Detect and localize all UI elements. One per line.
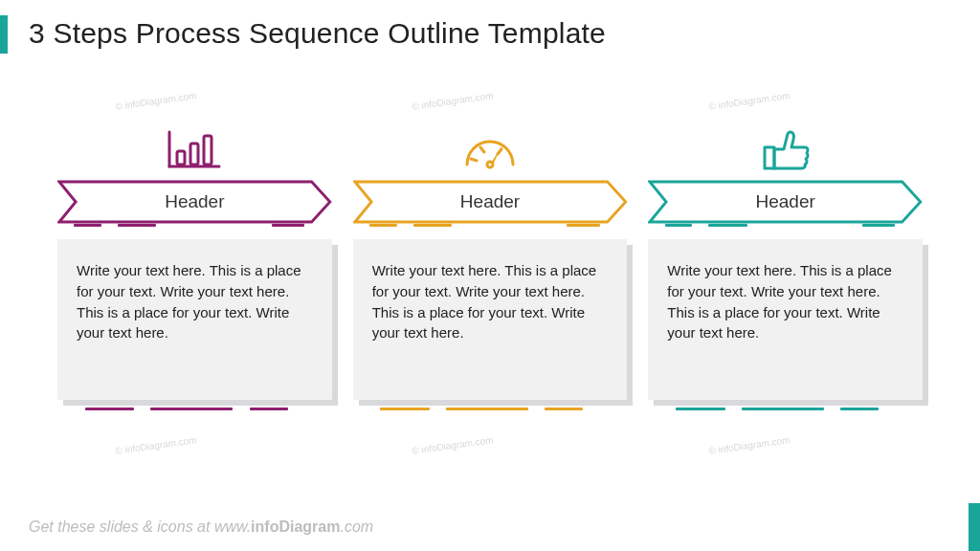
step-2-body: Write your text here. This is a place fo… bbox=[353, 239, 628, 400]
step-1-body-wrap: Write your text here. This is a place fo… bbox=[57, 239, 332, 400]
step-1-header-label: Header bbox=[165, 191, 224, 212]
svg-rect-3 bbox=[190, 143, 198, 165]
footer-prefix: Get these slides & icons at bbox=[29, 518, 214, 535]
step-3: Header Write your text here. This is a p… bbox=[648, 115, 923, 413]
watermark: © infoDiagram.com bbox=[412, 434, 494, 456]
step-1: Header Write your text here. This is a p… bbox=[57, 115, 332, 413]
svg-line-6 bbox=[471, 159, 477, 161]
footer-attribution: Get these slides & icons at www.infoDiag… bbox=[29, 518, 373, 536]
svg-line-7 bbox=[480, 147, 484, 152]
step-1-dashes-bottom bbox=[57, 404, 332, 413]
step-3-header-arrow: Header bbox=[648, 180, 923, 224]
watermark: © infoDiagram.com bbox=[115, 434, 197, 456]
step-3-dashes-top bbox=[648, 224, 923, 230]
step-1-header-arrow: Header bbox=[57, 180, 332, 224]
step-2-body-wrap: Write your text here. This is a place fo… bbox=[353, 239, 628, 400]
slide: 3 Steps Process Sequence Outline Templat… bbox=[0, 0, 980, 551]
footer-domain-bold: infoDiagram bbox=[251, 518, 340, 535]
step-3-body-wrap: Write your text here. This is a place fo… bbox=[648, 239, 923, 400]
watermark: © infoDiagram.com bbox=[708, 434, 791, 456]
gauge-icon bbox=[353, 115, 628, 172]
thumbs-up-icon bbox=[648, 115, 923, 172]
slide-title: 3 Steps Process Sequence Outline Templat… bbox=[29, 17, 606, 50]
svg-rect-4 bbox=[204, 136, 212, 165]
step-2-header-label: Header bbox=[460, 191, 520, 212]
step-1-body: Write your text here. This is a place fo… bbox=[57, 239, 332, 400]
step-3-dashes-bottom bbox=[648, 404, 923, 413]
bar-chart-icon bbox=[57, 115, 332, 172]
accent-corner-right bbox=[969, 503, 980, 551]
step-1-dashes-top bbox=[57, 224, 332, 230]
svg-point-9 bbox=[487, 162, 493, 167]
step-2-header-arrow: Header bbox=[353, 180, 628, 224]
footer-domain-suffix: .com bbox=[340, 518, 373, 535]
svg-rect-2 bbox=[177, 151, 185, 165]
step-2-dashes-bottom bbox=[353, 404, 628, 413]
watermark: © infoDiagram.com bbox=[115, 90, 197, 112]
watermark: © infoDiagram.com bbox=[412, 90, 494, 112]
step-3-body: Write your text here. This is a place fo… bbox=[648, 239, 923, 400]
footer-domain-prefix: www. bbox=[214, 518, 251, 535]
step-2-dashes-top bbox=[353, 224, 628, 230]
accent-bar-left bbox=[0, 15, 8, 54]
step-2: Header Write your text here. This is a p… bbox=[353, 115, 628, 413]
step-3-header-label: Header bbox=[756, 191, 815, 212]
watermark: © infoDiagram.com bbox=[708, 90, 791, 112]
steps-row: Header Write your text here. This is a p… bbox=[57, 115, 923, 413]
